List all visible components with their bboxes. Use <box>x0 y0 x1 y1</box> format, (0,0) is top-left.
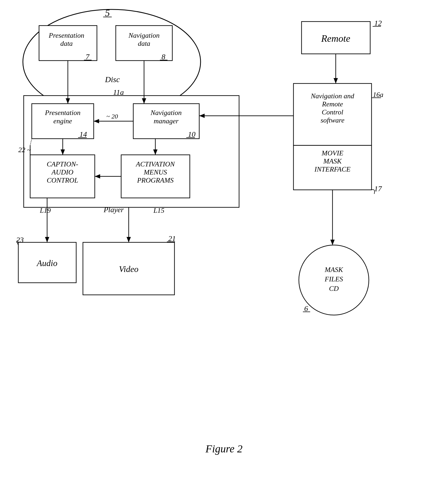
figure-caption: Figure 2 <box>205 443 242 455</box>
remote-id: 12 <box>374 19 382 27</box>
movie-mask-id: 17 <box>374 184 382 193</box>
arrow-22-label: 22 ~ <box>18 146 31 154</box>
presentation-data-label2: data <box>60 40 73 47</box>
navigation-data-label: Navigation <box>128 32 160 39</box>
player-label: Player <box>103 205 124 214</box>
mask-files-id: 6 <box>304 304 308 313</box>
presentation-data-id: 7 <box>86 53 90 61</box>
mask-files-label2: FILES <box>324 275 343 283</box>
mask-files-label3: CD <box>329 285 339 292</box>
svg-rect-0 <box>0 0 448 482</box>
presentation-engine-label: Presentation <box>45 109 80 117</box>
nav-remote-label1: Navigation and <box>310 92 354 100</box>
nav-remote-label2: Remote <box>322 100 343 108</box>
diagram-container: 5 Disc Presentation data 7 Navigation da… <box>0 0 448 482</box>
video-label: Video <box>119 264 138 274</box>
caption-audio-label1: CAPTION- <box>47 160 78 168</box>
movie-mask-label2: MASK <box>323 157 342 165</box>
navigation-manager-label2: manager <box>154 117 179 125</box>
activation-menus-label3: PROGRAMS <box>137 176 174 184</box>
navigation-manager-id: 10 <box>188 130 195 138</box>
navigation-data-label2: data <box>138 40 150 47</box>
presentation-data-label: Presentation <box>48 32 84 39</box>
disc-label: Disc <box>105 75 120 84</box>
label-15: L15 <box>153 207 164 214</box>
nav-remote-label3: Control <box>322 108 343 116</box>
movie-mask-label3: INTERFACE <box>314 165 351 173</box>
mask-files-label1: MASK <box>324 266 344 274</box>
nav-remote-label4: software <box>321 116 345 124</box>
presentation-engine-id: 14 <box>79 130 87 138</box>
movie-mask-label1: MOVIE <box>321 149 344 157</box>
arrow-20-label: ~ 20 <box>106 113 118 120</box>
presentation-engine-label2: engine <box>53 117 72 125</box>
audio-label: Audio <box>36 258 57 268</box>
nav-remote-id: 16a <box>373 91 383 99</box>
activation-menus-label2: MENUS <box>144 168 167 176</box>
navigation-data-id: 8 <box>162 53 165 61</box>
player-id-label: 11a <box>113 88 124 96</box>
video-id: 21 <box>168 234 176 243</box>
activation-menus-label1: ACTIVATION <box>135 160 175 168</box>
caption-audio-label2: AUDIO <box>51 168 74 176</box>
label-19: L19 <box>40 207 51 214</box>
navigation-manager-label: Navigation <box>150 109 182 117</box>
remote-label: Remote <box>321 33 350 44</box>
caption-audio-label3: CONTROL <box>47 176 78 184</box>
